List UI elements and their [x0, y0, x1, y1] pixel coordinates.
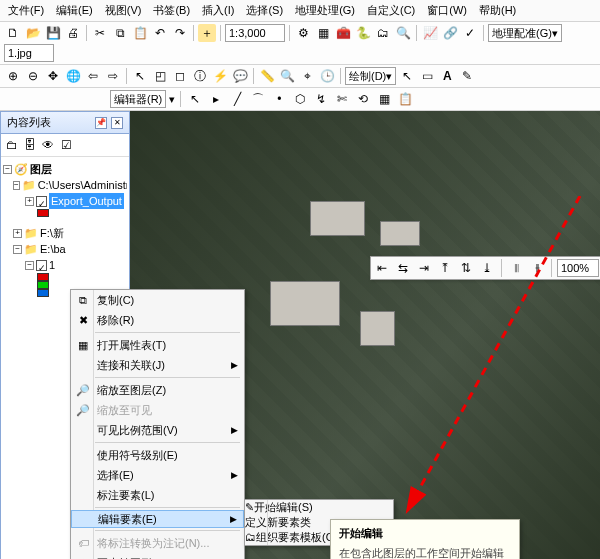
find-icon[interactable]: 🔍 [278, 67, 296, 85]
reshape-icon[interactable]: ↯ [312, 90, 330, 108]
search-icon[interactable]: 🔍 [394, 24, 412, 42]
selected-layer[interactable]: Export_Output [49, 193, 124, 209]
edit-anno-icon[interactable]: ▸ [207, 90, 225, 108]
straight-icon[interactable]: ╱ [228, 90, 246, 108]
ctx-select[interactable]: 选择(E)▶ [71, 465, 244, 485]
ctx-join[interactable]: 连接和关联(J)▶ [71, 355, 244, 375]
redo-icon[interactable]: ↷ [171, 24, 189, 42]
layer-checkbox[interactable] [36, 260, 47, 271]
symbol-swatch[interactable] [37, 289, 49, 297]
edit-tool-icon[interactable]: ↖ [186, 90, 204, 108]
pan-icon[interactable]: ✥ [44, 67, 62, 85]
attributes-icon[interactable]: ▦ [375, 90, 393, 108]
ctx-symbol-level[interactable]: 使用符号级别(E) [71, 445, 244, 465]
tree-leaf[interactable]: 1 [49, 257, 55, 273]
copy-icon[interactable]: ⧉ [111, 24, 129, 42]
layout-toolbar[interactable]: ⇤ ⇆ ⇥ ⤒ ⇅ ⤓ ⫴ ⫵ 100% ▦ ⊞ ↻ [370, 256, 600, 280]
menu-window[interactable]: 窗口(W) [427, 3, 467, 18]
editor-toolbar-icon[interactable]: ⚙ [294, 24, 312, 42]
ctx-edit-features[interactable]: 编辑要素(E)▶ [71, 510, 244, 528]
python-icon[interactable]: 🐍 [354, 24, 372, 42]
toc-pin-icon[interactable]: 📌 [95, 117, 107, 129]
dist-v-icon[interactable]: ⫵ [528, 259, 546, 277]
menu-view[interactable]: 视图(V) [105, 3, 142, 18]
ctx-open-attr[interactable]: ▦打开属性表(T) [71, 335, 244, 355]
chart-icon[interactable]: 📈 [421, 24, 439, 42]
align-left-icon[interactable]: ⇤ [373, 259, 391, 277]
identify-icon[interactable]: ⓘ [191, 67, 209, 85]
ctx-zoom-layer[interactable]: 🔎缩放至图层(Z) [71, 380, 244, 400]
ctx-vis-range[interactable]: 可见比例范围(V)▶ [71, 420, 244, 440]
measure-icon[interactable]: 📏 [258, 67, 276, 85]
menu-help[interactable]: 帮助(H) [479, 3, 516, 18]
arc-icon[interactable]: ⌒ [249, 90, 267, 108]
table-toolbar-icon[interactable]: ▦ [314, 24, 332, 42]
georef-dropdown[interactable]: 地理配准(G)▾ [488, 24, 562, 42]
html-popup-icon[interactable]: 💬 [231, 67, 249, 85]
full-extent-icon[interactable]: 🌐 [64, 67, 82, 85]
align-middle-icon[interactable]: ⇅ [457, 259, 475, 277]
scale-input[interactable] [225, 24, 285, 42]
chk-icon[interactable]: ✓ [461, 24, 479, 42]
align-bottom-icon[interactable]: ⤓ [478, 259, 496, 277]
layout-zoom[interactable]: 100% [557, 259, 599, 277]
menu-file[interactable]: 文件(F) [8, 3, 44, 18]
draw-dropdown[interactable]: 绘制(D)▾ [345, 67, 396, 85]
callout-icon[interactable]: ✎ [458, 67, 476, 85]
time-slider-icon[interactable]: 🕒 [318, 67, 336, 85]
zoom-out-icon[interactable]: ⊖ [24, 67, 42, 85]
undo-icon[interactable]: ↶ [151, 24, 169, 42]
align-center-icon[interactable]: ⇆ [394, 259, 412, 277]
tree-path-1[interactable]: C:\Users\Administrator\Desktop\a [38, 177, 127, 193]
menu-bookmark[interactable]: 书签(B) [153, 3, 190, 18]
ctx-remove[interactable]: ✖移除(R) [71, 310, 244, 330]
symbol-swatch[interactable] [37, 273, 49, 281]
hyperlink-icon[interactable]: ⚡ [211, 67, 229, 85]
clear-sel-icon[interactable]: ◻ [171, 67, 189, 85]
align-right-icon[interactable]: ⇥ [415, 259, 433, 277]
list-source-icon[interactable]: 🗄 [22, 137, 38, 153]
menu-insert[interactable]: 插入(I) [202, 3, 234, 18]
list-select-icon[interactable]: ☑ [58, 137, 74, 153]
sketch-prop-icon[interactable]: 📋 [396, 90, 414, 108]
menu-geop[interactable]: 地理处理(G) [295, 3, 355, 18]
ctx-label[interactable]: 标注要素(L) [71, 485, 244, 505]
paste-icon[interactable]: 📋 [131, 24, 149, 42]
point-icon[interactable]: • [270, 90, 288, 108]
cut-poly-icon[interactable]: ✄ [333, 90, 351, 108]
rect-icon[interactable]: ▭ [418, 67, 436, 85]
toc-close-icon[interactable]: ✕ [111, 117, 123, 129]
symbol-swatch-red[interactable] [37, 209, 49, 217]
save-icon[interactable]: 💾 [44, 24, 62, 42]
list-drawing-icon[interactable]: 🗀 [4, 137, 20, 153]
ctx-copy[interactable]: ⧉复制(C) [71, 290, 244, 310]
select-tool-icon[interactable]: ↖ [131, 67, 149, 85]
layers-root[interactable]: 图层 [30, 161, 52, 177]
pointer-icon[interactable]: ↖ [398, 67, 416, 85]
tree-path-2[interactable]: F:\新 [40, 225, 64, 241]
dist-h-icon[interactable]: ⫴ [507, 259, 525, 277]
rotate-icon[interactable]: ⟲ [354, 90, 372, 108]
cut-icon[interactable]: ✂ [91, 24, 109, 42]
tree-path-3[interactable]: E:\ba [40, 241, 66, 257]
layer-checkbox[interactable] [36, 196, 47, 207]
print-icon[interactable]: 🖨 [64, 24, 82, 42]
edit-vertex-icon[interactable]: ⬡ [291, 90, 309, 108]
catalog-icon[interactable]: 🗂 [374, 24, 392, 42]
menu-select[interactable]: 选择(S) [246, 3, 283, 18]
list-visible-icon[interactable]: 👁 [40, 137, 56, 153]
toc-tree[interactable]: −🧭 图层 −📁 C:\Users\Administrator\Desktop\… [1, 157, 129, 301]
select-rect-icon[interactable]: ◰ [151, 67, 169, 85]
symbol-swatch[interactable] [37, 281, 49, 289]
goto-xy-icon[interactable]: ⌖ [298, 67, 316, 85]
align-top-icon[interactable]: ⤒ [436, 259, 454, 277]
menu-edit[interactable]: 编辑(E) [56, 3, 93, 18]
editor-dropdown[interactable]: 编辑器(R) [110, 90, 166, 108]
zoom-in-icon[interactable]: ⊕ [4, 67, 22, 85]
model-icon[interactable]: 🔗 [441, 24, 459, 42]
text-tool-icon[interactable]: A [438, 67, 456, 85]
toolbox-icon[interactable]: 🧰 [334, 24, 352, 42]
open-icon[interactable]: 📂 [24, 24, 42, 42]
menu-custom[interactable]: 自定义(C) [367, 3, 415, 18]
prev-extent-icon[interactable]: ⇦ [84, 67, 102, 85]
